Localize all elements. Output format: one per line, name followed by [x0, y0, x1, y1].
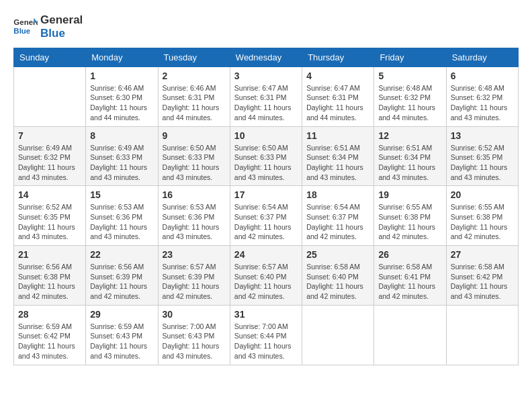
- day-info: Sunrise: 6:56 AMSunset: 6:39 PMDaylight:…: [90, 262, 153, 302]
- day-info: Sunrise: 6:47 AMSunset: 6:31 PMDaylight:…: [306, 83, 369, 123]
- calendar-cell: [374, 305, 446, 365]
- day-number: 29: [90, 309, 153, 320]
- day-info: Sunrise: 6:56 AMSunset: 6:38 PMDaylight:…: [18, 262, 81, 302]
- page-header: General Blue General Blue: [13, 13, 519, 41]
- day-info: Sunrise: 7:00 AMSunset: 6:44 PMDaylight:…: [234, 322, 298, 361]
- calendar-cell: 1Sunrise: 6:46 AMSunset: 6:30 PMDaylight…: [86, 66, 158, 126]
- day-info: Sunrise: 6:52 AMSunset: 6:35 PMDaylight:…: [18, 202, 81, 242]
- day-info: Sunrise: 6:51 AMSunset: 6:34 PMDaylight:…: [306, 143, 369, 183]
- day-info: Sunrise: 6:53 AMSunset: 6:36 PMDaylight:…: [90, 202, 153, 242]
- day-number: 14: [18, 189, 81, 200]
- calendar-cell: 24Sunrise: 6:57 AMSunset: 6:40 PMDayligh…: [230, 246, 302, 306]
- day-number: 16: [163, 189, 226, 200]
- calendar-cell: 21Sunrise: 6:56 AMSunset: 6:38 PMDayligh…: [14, 246, 86, 306]
- calendar-table: SundayMondayTuesdayWednesdayThursdayFrid…: [13, 48, 519, 365]
- calendar-cell: 8Sunrise: 6:49 AMSunset: 6:33 PMDaylight…: [86, 126, 158, 186]
- day-info: Sunrise: 6:54 AMSunset: 6:37 PMDaylight:…: [306, 202, 369, 242]
- calendar-cell: 19Sunrise: 6:55 AMSunset: 6:38 PMDayligh…: [374, 186, 446, 246]
- logo: General Blue General Blue: [13, 13, 83, 41]
- calendar-cell: 27Sunrise: 6:58 AMSunset: 6:42 PMDayligh…: [446, 246, 518, 306]
- calendar-cell: 28Sunrise: 6:59 AMSunset: 6:42 PMDayligh…: [14, 305, 86, 365]
- day-number: 2: [163, 71, 226, 81]
- calendar-cell: 30Sunrise: 7:00 AMSunset: 6:43 PMDayligh…: [158, 305, 230, 365]
- header-monday: Monday: [86, 48, 158, 66]
- day-info: Sunrise: 6:58 AMSunset: 6:42 PMDaylight:…: [451, 262, 514, 302]
- day-number: 12: [378, 130, 441, 141]
- header-saturday: Saturday: [446, 48, 518, 66]
- calendar-cell: 3Sunrise: 6:47 AMSunset: 6:31 PMDaylight…: [230, 66, 302, 126]
- calendar-week-row: 21Sunrise: 6:56 AMSunset: 6:38 PMDayligh…: [14, 246, 519, 306]
- day-number: 19: [378, 189, 441, 200]
- day-info: Sunrise: 7:00 AMSunset: 6:43 PMDaylight:…: [163, 322, 226, 361]
- calendar-cell: 26Sunrise: 6:58 AMSunset: 6:41 PMDayligh…: [374, 246, 446, 306]
- calendar-cell: 10Sunrise: 6:50 AMSunset: 6:33 PMDayligh…: [230, 126, 302, 186]
- calendar-cell: 5Sunrise: 6:48 AMSunset: 6:32 PMDaylight…: [374, 66, 446, 126]
- calendar-week-row: 28Sunrise: 6:59 AMSunset: 6:42 PMDayligh…: [14, 305, 519, 365]
- svg-text:Blue: Blue: [13, 27, 30, 35]
- day-info: Sunrise: 6:58 AMSunset: 6:41 PMDaylight:…: [378, 262, 441, 302]
- day-info: Sunrise: 6:54 AMSunset: 6:37 PMDaylight:…: [234, 202, 298, 242]
- day-number: 5: [378, 71, 441, 81]
- header-tuesday: Tuesday: [158, 48, 230, 66]
- day-number: 3: [234, 71, 298, 81]
- day-info: Sunrise: 6:51 AMSunset: 6:34 PMDaylight:…: [378, 143, 441, 183]
- header-thursday: Thursday: [302, 48, 374, 66]
- day-info: Sunrise: 6:55 AMSunset: 6:38 PMDaylight:…: [451, 202, 514, 242]
- day-number: 18: [306, 189, 369, 200]
- day-number: 30: [163, 309, 226, 320]
- header-wednesday: Wednesday: [230, 48, 302, 66]
- calendar-cell: 2Sunrise: 6:46 AMSunset: 6:31 PMDaylight…: [158, 66, 230, 126]
- day-info: Sunrise: 6:52 AMSunset: 6:35 PMDaylight:…: [451, 143, 514, 183]
- day-info: Sunrise: 6:46 AMSunset: 6:31 PMDaylight:…: [163, 83, 226, 123]
- calendar-cell: 11Sunrise: 6:51 AMSunset: 6:34 PMDayligh…: [302, 126, 374, 186]
- day-number: 22: [90, 249, 153, 260]
- day-info: Sunrise: 6:57 AMSunset: 6:39 PMDaylight:…: [163, 262, 226, 302]
- day-number: 27: [451, 249, 514, 260]
- day-number: 8: [90, 130, 153, 141]
- day-info: Sunrise: 6:55 AMSunset: 6:38 PMDaylight:…: [378, 202, 441, 242]
- day-number: 4: [306, 71, 369, 81]
- day-number: 10: [234, 130, 298, 141]
- logo-general: General: [40, 13, 83, 27]
- calendar-week-row: 14Sunrise: 6:52 AMSunset: 6:35 PMDayligh…: [14, 186, 519, 246]
- calendar-header-row: SundayMondayTuesdayWednesdayThursdayFrid…: [14, 48, 519, 66]
- day-number: 6: [451, 71, 514, 81]
- header-friday: Friday: [374, 48, 446, 66]
- day-number: 15: [90, 189, 153, 200]
- day-number: 17: [234, 189, 298, 200]
- day-number: 28: [18, 309, 81, 320]
- calendar-cell: 25Sunrise: 6:58 AMSunset: 6:40 PMDayligh…: [302, 246, 374, 306]
- calendar-cell: 9Sunrise: 6:50 AMSunset: 6:33 PMDaylight…: [158, 126, 230, 186]
- day-number: 20: [451, 189, 514, 200]
- day-info: Sunrise: 6:50 AMSunset: 6:33 PMDaylight:…: [163, 143, 226, 183]
- day-number: 11: [306, 130, 369, 141]
- day-info: Sunrise: 6:49 AMSunset: 6:32 PMDaylight:…: [18, 143, 81, 183]
- calendar-cell: [302, 305, 374, 365]
- day-info: Sunrise: 6:47 AMSunset: 6:31 PMDaylight:…: [234, 83, 298, 123]
- day-number: 31: [234, 309, 298, 320]
- calendar-cell: 31Sunrise: 7:00 AMSunset: 6:44 PMDayligh…: [230, 305, 302, 365]
- calendar-cell: 18Sunrise: 6:54 AMSunset: 6:37 PMDayligh…: [302, 186, 374, 246]
- day-number: 9: [163, 130, 226, 141]
- calendar-week-row: 7Sunrise: 6:49 AMSunset: 6:32 PMDaylight…: [14, 126, 519, 186]
- calendar-cell: 4Sunrise: 6:47 AMSunset: 6:31 PMDaylight…: [302, 66, 374, 126]
- day-info: Sunrise: 6:53 AMSunset: 6:36 PMDaylight:…: [163, 202, 226, 242]
- calendar-cell: 22Sunrise: 6:56 AMSunset: 6:39 PMDayligh…: [86, 246, 158, 306]
- calendar-cell: 16Sunrise: 6:53 AMSunset: 6:36 PMDayligh…: [158, 186, 230, 246]
- header-sunday: Sunday: [14, 48, 86, 66]
- day-number: 25: [306, 249, 369, 260]
- calendar-cell: 12Sunrise: 6:51 AMSunset: 6:34 PMDayligh…: [374, 126, 446, 186]
- day-info: Sunrise: 6:48 AMSunset: 6:32 PMDaylight:…: [451, 83, 514, 123]
- day-number: 13: [451, 130, 514, 141]
- logo-blue: Blue: [40, 27, 83, 40]
- day-number: 24: [234, 249, 298, 260]
- day-info: Sunrise: 6:59 AMSunset: 6:43 PMDaylight:…: [90, 322, 153, 361]
- day-info: Sunrise: 6:46 AMSunset: 6:30 PMDaylight:…: [90, 83, 153, 123]
- day-number: 21: [18, 249, 81, 260]
- day-number: 1: [90, 71, 153, 81]
- calendar-week-row: 1Sunrise: 6:46 AMSunset: 6:30 PMDaylight…: [14, 66, 519, 126]
- calendar-cell: 17Sunrise: 6:54 AMSunset: 6:37 PMDayligh…: [230, 186, 302, 246]
- day-info: Sunrise: 6:58 AMSunset: 6:40 PMDaylight:…: [306, 262, 369, 302]
- calendar-cell: 14Sunrise: 6:52 AMSunset: 6:35 PMDayligh…: [14, 186, 86, 246]
- calendar-cell: 20Sunrise: 6:55 AMSunset: 6:38 PMDayligh…: [446, 186, 518, 246]
